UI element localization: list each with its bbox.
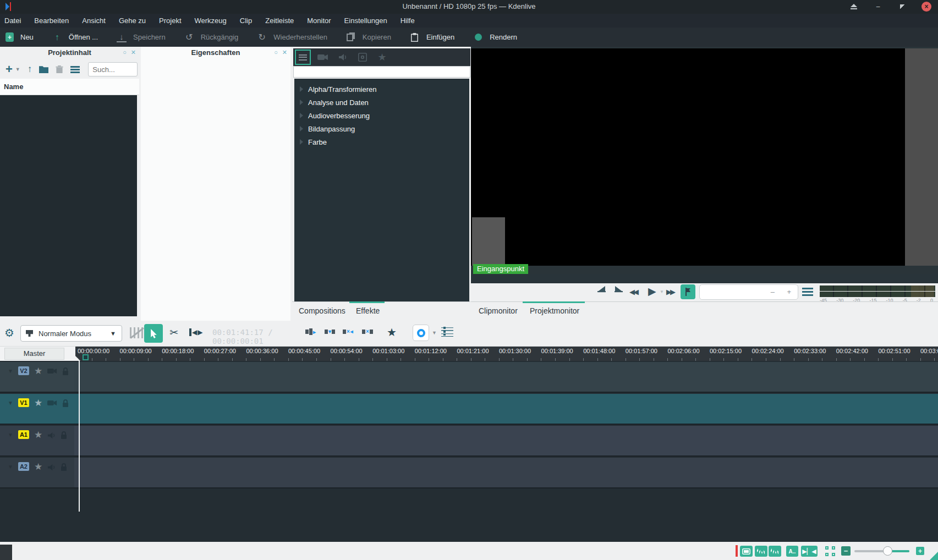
chevron-down-icon[interactable]: ▼ (8, 400, 13, 406)
save-button[interactable]: ↓Speichern (117, 32, 166, 42)
zoom-out-button[interactable]: − (841, 546, 851, 556)
track-header-v2[interactable]: ▼ V2 ★ (0, 362, 74, 392)
playhead-marker[interactable] (75, 356, 80, 361)
effect-category[interactable]: Bildanpassung (294, 122, 469, 135)
track-lane-a1[interactable] (74, 426, 938, 455)
track-badge[interactable]: A1 (18, 430, 29, 439)
track-badge[interactable]: V1 (18, 398, 29, 407)
tab-compositions[interactable]: Compositions (299, 306, 345, 315)
undo-button[interactable]: ↺Rückgängig (184, 32, 239, 42)
zoom-slider[interactable] (854, 550, 909, 552)
forward-icon[interactable]: ▶▶ (666, 288, 674, 296)
float-panel-icon[interactable]: ○ (123, 49, 127, 56)
monitor-timecode-input[interactable]: – + (699, 284, 798, 300)
track-effects-star-icon[interactable]: ★ (34, 365, 42, 377)
track-lane-v1[interactable] (74, 394, 938, 424)
track-badge[interactable]: V2 (18, 366, 29, 375)
lock-icon[interactable] (61, 463, 67, 473)
lock-icon[interactable] (62, 367, 69, 377)
tab-clipmonitor[interactable]: Clipmonitor (479, 306, 518, 315)
effect-category[interactable]: Analyse und Daten (294, 96, 469, 109)
effect-category[interactable]: Audioverbesserung (294, 109, 469, 122)
track-effects-star-icon[interactable]: ★ (34, 429, 42, 441)
playhead[interactable] (79, 361, 80, 512)
track-properties-icon[interactable] (441, 327, 453, 337)
lock-icon[interactable] (61, 431, 67, 441)
chevron-down-icon[interactable]: ▼ (8, 464, 13, 470)
track-lane-a2[interactable] (74, 458, 938, 487)
new-button[interactable]: +Neu (6, 32, 34, 42)
snap-icon[interactable]: ▶▏◀ (801, 546, 818, 557)
menu-datei[interactable]: Datei (4, 17, 21, 25)
close-panel-icon[interactable]: ✕ (131, 49, 136, 56)
timeline-settings-icon[interactable]: ⚙ (4, 326, 14, 339)
audio-thumbnails-off-icon[interactable] (130, 327, 143, 338)
paste-button[interactable]: Einfügen (410, 32, 454, 42)
favorite-effects-icon[interactable]: ★ (374, 50, 390, 65)
custom-effects-icon[interactable] (354, 50, 370, 65)
menu-monitor[interactable]: Monitor (307, 17, 331, 25)
master-button[interactable]: Master (4, 348, 64, 360)
bin-name-header[interactable]: Name (0, 79, 139, 95)
expand-icon[interactable] (300, 126, 303, 131)
monitor-video-area[interactable] (471, 48, 905, 266)
delete-zone-icon[interactable]: × (362, 328, 373, 334)
audio-track-icon[interactable] (47, 463, 56, 473)
open-button[interactable]: ↑Öffnen ... (52, 32, 98, 42)
menu-zeitleiste[interactable]: Zeitleiste (265, 17, 294, 25)
menu-clip[interactable]: Clip (240, 17, 252, 25)
add-marker-button[interactable] (681, 284, 695, 299)
monitor-menu-icon[interactable] (802, 288, 813, 296)
video-track-icon[interactable] (47, 367, 57, 376)
extract-zone-icon[interactable]: ×◂ (343, 328, 353, 334)
zoom-in-button[interactable]: + (916, 547, 924, 555)
chevron-down-icon[interactable]: ▼ (8, 368, 13, 374)
resize-grip[interactable] (930, 552, 938, 560)
track-header-a1[interactable]: ▼ A1 ★ (0, 426, 74, 455)
spacer-tool-icon[interactable]: ◀▶ (189, 328, 202, 336)
chevron-down-icon[interactable]: ▼ (8, 432, 13, 438)
track-effects-star-icon[interactable]: ★ (34, 397, 42, 409)
expand-icon[interactable] (300, 113, 303, 118)
record-button[interactable] (413, 325, 429, 341)
chevron-down-icon[interactable]: ▼ (432, 330, 437, 336)
video-track-icon[interactable] (47, 399, 57, 408)
add-clip-dropdown-icon[interactable]: ▼ (15, 67, 20, 72)
restore-icon[interactable] (897, 2, 907, 12)
audio-track-icon[interactable] (47, 431, 56, 441)
menu-hilfe[interactable]: Hilfe (401, 17, 415, 25)
track-badge[interactable]: A2 (18, 462, 29, 471)
favorite-effects-icon[interactable]: ★ (387, 326, 397, 339)
play-icon[interactable]: ▶ (648, 285, 656, 298)
minimize-icon[interactable]: – (873, 2, 883, 12)
ruler-scale[interactable]: 00:00:00:0000:00:09:0000:00:18:0000:00:2… (75, 347, 938, 361)
insert-zone-icon[interactable]: ▾ (325, 328, 335, 334)
edit-mode-dropdown[interactable]: Normaler Modus ▼ (20, 325, 122, 342)
selection-tool-button[interactable] (144, 324, 163, 343)
zone-marker[interactable] (83, 354, 89, 360)
effect-category[interactable]: Alpha/Transformieren (294, 83, 469, 96)
menu-ansicht[interactable]: Ansicht (82, 17, 106, 25)
delete-icon[interactable] (56, 65, 63, 74)
menu-gehe-zu[interactable]: Gehe zu (119, 17, 146, 25)
razor-tool-icon[interactable]: ✂ (169, 326, 178, 339)
zone-out-icon[interactable] (613, 286, 623, 293)
expand-icon[interactable] (300, 86, 303, 92)
play-dropdown-icon[interactable]: ▼ (660, 289, 664, 294)
track-header-v1[interactable]: ▼ V1 ★ (0, 394, 74, 424)
bin-content-area[interactable] (0, 95, 137, 316)
copy-button[interactable]: Kopieren (346, 32, 391, 42)
menu-werkzeug[interactable]: Werkzeug (195, 17, 227, 25)
effects-search-input[interactable] (293, 66, 470, 78)
shade-window-icon[interactable] (849, 2, 859, 12)
menu-einstellungen[interactable]: Einstellungen (344, 17, 387, 25)
monitor-seekbar[interactable] (471, 274, 938, 283)
track-lane-v2[interactable] (74, 362, 938, 392)
video-effects-icon[interactable] (315, 50, 331, 65)
view-menu-icon[interactable] (70, 66, 80, 73)
menu-projekt[interactable]: Projekt (159, 17, 181, 25)
show-markers-icon[interactable] (769, 546, 781, 557)
track-header-a2[interactable]: ▼ A2 ★ (0, 458, 74, 487)
show-all-effects-icon[interactable] (295, 50, 311, 65)
track-effects-star-icon[interactable]: ★ (34, 461, 42, 473)
